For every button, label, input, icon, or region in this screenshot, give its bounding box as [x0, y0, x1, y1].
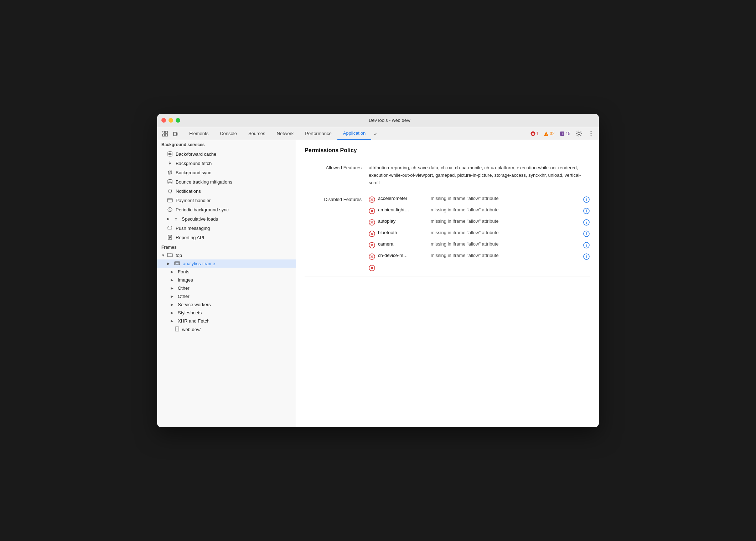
disabled-features-list: accelerometer missing in iframe "allow" … — [369, 194, 590, 273]
info-badge[interactable]: i 15 — [558, 130, 572, 137]
sidebar-item-speculative-loads[interactable]: ▶ Speculative loads — [157, 214, 296, 223]
more-options-icon[interactable] — [586, 129, 596, 139]
sidebar: Background services Back/forward cache — [157, 140, 296, 427]
other2-expand-icon: ▶ — [171, 294, 175, 298]
frame-item-webdev[interactable]: web.dev/ — [157, 325, 296, 334]
bell-icon — [167, 188, 173, 194]
frame-item-analytics-iframe[interactable]: ▶ analytics-iframe — [157, 259, 296, 268]
tab-sources[interactable]: Sources — [243, 127, 271, 140]
frame-item-images[interactable]: ▶ Images — [157, 276, 296, 284]
circle-x-icon-6 — [369, 253, 375, 260]
frame-item-xhr-fetch[interactable]: ▶ XHR and Fetch — [157, 317, 296, 325]
other1-expand-icon: ▶ — [171, 286, 175, 290]
frame-item-top[interactable]: ▼ top — [157, 251, 296, 259]
frame-item-stylesheets[interactable]: ▶ Stylesheets — [157, 309, 296, 317]
learn-more-autoplay[interactable]: i — [582, 218, 590, 226]
svg-rect-1 — [165, 131, 167, 133]
sw-expand-icon: ▶ — [171, 303, 175, 306]
circle-x-icon — [369, 196, 375, 203]
xhr-expand-icon: ▶ — [171, 319, 175, 323]
feature-reason-accelerometer: missing in iframe "allow" attribute — [431, 196, 580, 201]
svg-text:i: i — [586, 255, 587, 259]
panel-title: Permissions Policy — [305, 147, 590, 154]
svg-rect-39 — [175, 327, 179, 331]
tab-network[interactable]: Network — [271, 127, 300, 140]
expand-arrow-icon: ▶ — [167, 217, 170, 221]
speculative-icon — [173, 216, 179, 222]
analytics-iframe-expand-icon: ▶ — [167, 262, 171, 266]
learn-more-camera[interactable]: i — [582, 241, 590, 249]
close-button[interactable] — [161, 118, 166, 123]
sidebar-item-bounce-tracking[interactable]: Bounce tracking mitigations — [157, 177, 296, 186]
learn-more-ch-device-m[interactable]: i — [582, 253, 590, 261]
settings-icon[interactable] — [574, 129, 584, 139]
device-mode-icon[interactable] — [171, 129, 181, 139]
svg-point-16 — [168, 152, 172, 154]
frame-item-other-1[interactable]: ▶ Other — [157, 284, 296, 292]
svg-text:✕: ✕ — [532, 132, 534, 136]
sidebar-item-reporting-api[interactable]: Reporting API — [157, 233, 296, 242]
devtools-toolbar: Elements Console Sources Network Perform… — [157, 127, 599, 140]
tab-console[interactable]: Console — [214, 127, 243, 140]
card-icon — [167, 197, 173, 203]
allowed-features-label: Allowed Features — [305, 164, 369, 170]
sidebar-item-periodic-bg-sync[interactable]: Periodic background sync — [157, 205, 296, 214]
circle-x-icon-5 — [369, 242, 375, 248]
frame-item-service-workers[interactable]: ▶ Service workers — [157, 300, 296, 309]
fonts-expand-icon: ▶ — [171, 270, 175, 274]
svg-text:i: i — [586, 198, 587, 202]
svg-rect-2 — [162, 134, 165, 136]
warning-badge[interactable]: ! 32 — [542, 130, 556, 137]
frame-item-fonts[interactable]: ▶ Fonts — [157, 268, 296, 276]
document-icon — [167, 235, 173, 240]
svg-point-14 — [591, 133, 592, 134]
sidebar-item-backforward-cache[interactable]: Back/forward cache — [157, 149, 296, 159]
learn-more-bluetooth[interactable]: i — [582, 230, 590, 238]
feature-reason-camera: missing in iframe "allow" attribute — [431, 241, 580, 247]
learn-more-accelerometer[interactable]: i — [582, 196, 590, 203]
df-row-more — [369, 262, 590, 273]
svg-text:i: i — [586, 209, 587, 213]
stylesheets-expand-icon: ▶ — [171, 311, 175, 315]
frames-header: Frames — [157, 242, 296, 251]
svg-point-22 — [168, 180, 172, 181]
feature-name-ambient-light: ambient-light… — [378, 207, 428, 212]
disabled-features-row: Disabled Features accelerome — [305, 190, 590, 277]
feature-name-ch-device-m: ch-device-m… — [378, 253, 428, 258]
frame-item-other-2[interactable]: ▶ Other — [157, 292, 296, 300]
more-tabs-button[interactable]: » — [371, 127, 379, 140]
feature-name-autoplay: autoplay — [378, 218, 428, 224]
main-content: Background services Back/forward cache — [157, 140, 599, 427]
svg-text:i: i — [586, 221, 587, 225]
tab-elements[interactable]: Elements — [183, 127, 214, 140]
sync-icon — [167, 170, 173, 175]
cloud-icon — [167, 225, 173, 231]
cylinder-icon — [167, 151, 173, 157]
clock-icon — [167, 207, 173, 212]
top-expand-arrow-icon: ▼ — [161, 253, 166, 257]
frame-folder-icon — [167, 253, 173, 258]
tab-application[interactable]: Application — [337, 127, 372, 140]
learn-more-ambient-light[interactable]: i — [582, 207, 590, 215]
minimize-button[interactable] — [169, 118, 173, 123]
svg-rect-3 — [165, 134, 167, 136]
error-badge[interactable]: ✕ 1 — [529, 130, 540, 137]
inspector-icon[interactable] — [160, 129, 170, 139]
browser-window: DevTools - web.dev/ Elements — [157, 114, 599, 427]
allowed-features-row: Allowed Features attribution-reporting, … — [305, 161, 590, 190]
sidebar-item-background-fetch[interactable]: Background fetch — [157, 159, 296, 168]
upload-download-icon — [167, 160, 173, 166]
maximize-button[interactable] — [176, 118, 180, 123]
df-row-ambient-light: ambient-light… missing in iframe "allow"… — [369, 205, 590, 217]
tab-performance[interactable]: Performance — [299, 127, 337, 140]
feature-reason-ambient-light: missing in iframe "allow" attribute — [431, 207, 580, 212]
circle-x-icon-4 — [369, 231, 375, 237]
svg-rect-38 — [175, 262, 179, 264]
sidebar-item-payment-handler[interactable]: Payment handler — [157, 196, 296, 205]
sidebar-item-notifications[interactable]: Notifications — [157, 186, 296, 196]
svg-rect-26 — [167, 199, 172, 202]
feature-reason-bluetooth: missing in iframe "allow" attribute — [431, 230, 580, 235]
devtools-mode-icons — [160, 129, 181, 139]
sidebar-item-background-sync[interactable]: Background sync — [157, 168, 296, 177]
sidebar-item-push-messaging[interactable]: Push messaging — [157, 223, 296, 233]
